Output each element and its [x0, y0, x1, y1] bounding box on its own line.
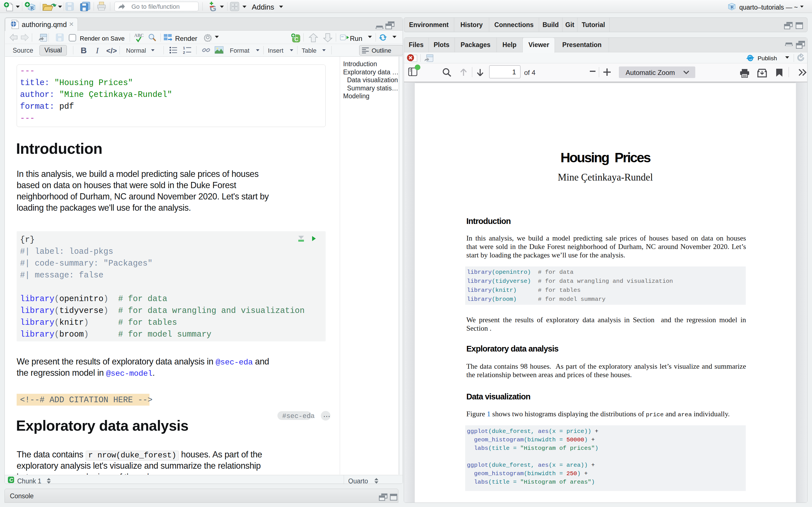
svg-text:R: R	[31, 5, 34, 11]
svg-text:ABC: ABC	[134, 33, 144, 38]
svg-text:R: R	[730, 4, 734, 9]
svg-text:G: G	[210, 4, 216, 12]
svg-text:2: 2	[183, 50, 185, 54]
svg-text:1: 1	[183, 46, 185, 50]
